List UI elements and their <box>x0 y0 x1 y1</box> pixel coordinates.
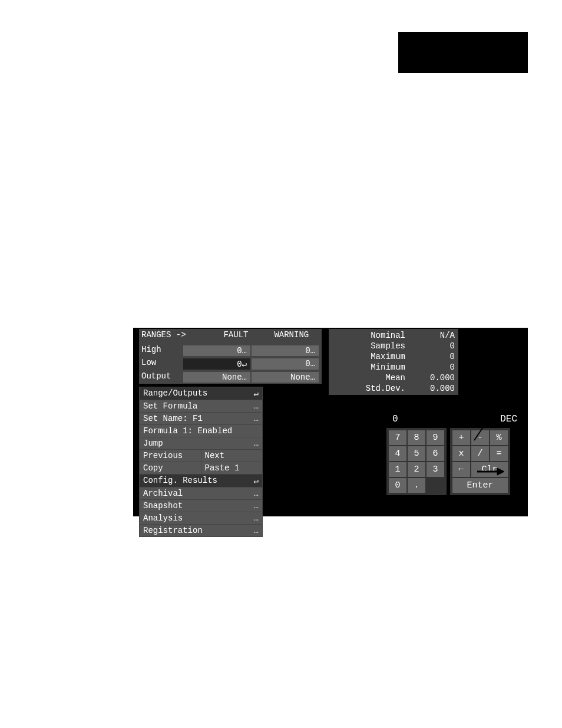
ranges-low-fault[interactable]: 0↵ <box>183 358 250 370</box>
enter-icon: ↵ <box>254 476 259 486</box>
calc-key-dot[interactable]: . <box>408 478 425 493</box>
menu-archival[interactable]: Archival … <box>140 487 262 499</box>
stats-maximum: Maximum 0 <box>329 351 458 362</box>
stats-stddev: Std.Dev. 0.000 <box>329 383 458 394</box>
menu-set-formula[interactable]: Set Formula … <box>140 400 262 412</box>
calc-key-4[interactable]: 4 <box>389 446 406 461</box>
arrow-callout-icon <box>471 396 507 443</box>
calc-key-9[interactable]: 9 <box>427 430 444 445</box>
calc-key-back[interactable]: ← <box>452 462 470 477</box>
ranges-output-warning[interactable]: None… <box>252 372 319 383</box>
svg-marker-1 <box>412 396 418 401</box>
ranges-output-fault[interactable]: None… <box>183 372 250 383</box>
calc-display-value: 0 <box>392 414 398 424</box>
menu-analysis[interactable]: Analysis … <box>140 512 262 524</box>
menu-set-formula-label: Set Formula <box>143 401 197 411</box>
svg-line-2 <box>474 401 501 440</box>
ranges-row-low: Low 0↵ 0… <box>139 357 322 371</box>
calc-key-7[interactable]: 7 <box>389 430 406 445</box>
calc-numpad: 7 8 9 4 5 6 1 2 3 0 . <box>386 428 447 495</box>
ranges-panel: RANGES -> FAULT WARNING High 0… 0… Low 0… <box>139 329 322 384</box>
calc-key-0[interactable]: 0 <box>389 478 406 493</box>
stats-panel: Nominal N/A Samples 0 Maximum 0 Minimum … <box>329 329 458 395</box>
stats-mean: Mean 0.000 <box>329 373 458 383</box>
stats-nominal-value: N/A <box>414 331 455 340</box>
calc-key-blank <box>427 478 444 493</box>
menu-range-outputs-label: Range/Outputs <box>143 388 207 398</box>
ranges-high-warning[interactable]: 0… <box>252 345 319 356</box>
ranges-col-fault: FAULT <box>208 330 263 340</box>
calc-key-1[interactable]: 1 <box>389 462 406 477</box>
menu-config-results-label: Config. Results <box>143 476 217 486</box>
stats-stddev-label: Std.Dev. <box>332 384 414 393</box>
stats-minimum-label: Minimum <box>332 363 414 372</box>
menu-copy-paste: Copy Paste 1 <box>140 462 262 474</box>
calc-key-2[interactable]: 2 <box>408 462 425 477</box>
menu-formula1-label: Formula 1: Enabled <box>143 426 232 436</box>
menu-previous[interactable]: Previous <box>140 450 201 462</box>
ranges-title: RANGES -> <box>141 330 208 340</box>
stats-samples-label: Samples <box>332 341 414 351</box>
ranges-high-fault[interactable]: 0… <box>183 345 250 356</box>
embedded-screenshot: RANGES -> FAULT WARNING High 0… 0… Low 0… <box>133 328 528 516</box>
menu-archival-label: Archival <box>143 489 183 498</box>
menu-jump-label: Jump <box>143 439 163 448</box>
calc-key-8[interactable]: 8 <box>408 430 425 445</box>
menu-registration[interactable]: Registration … <box>140 525 262 536</box>
stats-mean-value: 0.000 <box>414 373 455 383</box>
stats-mean-label: Mean <box>332 373 414 383</box>
ranges-row-output: Output None… None… <box>139 371 322 384</box>
calc-key-plus[interactable]: + <box>452 430 470 445</box>
arrow-callout-icon <box>476 466 505 477</box>
calc-key-eq[interactable]: = <box>490 446 508 461</box>
more-icon: … <box>254 501 259 510</box>
calc-key-enter[interactable]: Enter <box>452 478 508 493</box>
ranges-header: RANGES -> FAULT WARNING <box>139 329 322 341</box>
menu-prev-next: Previous Next <box>140 450 262 462</box>
stats-nominal: Nominal N/A <box>329 330 458 341</box>
menu-registration-label: Registration <box>143 526 203 535</box>
menu-range-outputs[interactable]: Range/Outputs ↵ <box>140 387 262 400</box>
header-block <box>398 32 528 73</box>
menu-next[interactable]: Next <box>201 450 263 462</box>
more-icon: … <box>254 526 259 535</box>
menu-config-results[interactable]: Config. Results ↵ <box>140 475 262 487</box>
calc-key-div[interactable]: / <box>471 446 489 461</box>
ranges-output-label: Output <box>141 371 183 383</box>
more-icon: … <box>254 414 259 423</box>
stats-maximum-value: 0 <box>414 352 455 361</box>
ranges-high-label: High <box>141 345 183 357</box>
menu-copy[interactable]: Copy <box>140 462 201 474</box>
menu-set-name[interactable]: Set Name: F1 … <box>140 413 262 424</box>
ranges-low-label: Low <box>141 358 183 370</box>
menu-jump[interactable]: Jump … <box>140 437 262 449</box>
ranges-low-warning[interactable]: 0… <box>252 358 319 370</box>
calc-key-5[interactable]: 5 <box>408 446 425 461</box>
stats-nominal-label: Nominal <box>332 331 414 340</box>
ranges-row-high: High 0… 0… <box>139 344 322 357</box>
svg-marker-3 <box>495 401 501 408</box>
calc-key-6[interactable]: 6 <box>427 446 444 461</box>
enter-icon: ↵ <box>254 388 259 398</box>
more-icon: … <box>254 513 259 523</box>
stats-minimum: Minimum 0 <box>329 362 458 373</box>
stats-samples-value: 0 <box>414 341 455 351</box>
menu-snapshot-label: Snapshot <box>143 501 183 510</box>
menu-analysis-label: Analysis <box>143 513 183 523</box>
menu-formula1[interactable]: Formula 1: Enabled <box>140 425 262 437</box>
calc-key-3[interactable]: 3 <box>427 462 444 477</box>
menu-snapshot[interactable]: Snapshot … <box>140 500 262 512</box>
more-icon: … <box>254 439 259 448</box>
more-icon: … <box>254 489 259 498</box>
stats-samples: Samples 0 <box>329 341 458 351</box>
calc-key-mul[interactable]: x <box>452 446 470 461</box>
menu-set-name-label: Set Name: F1 <box>143 414 203 423</box>
stats-minimum-value: 0 <box>414 363 455 372</box>
menu-paste[interactable]: Paste 1 <box>201 462 263 474</box>
more-icon: … <box>254 401 259 411</box>
svg-marker-5 <box>497 468 504 475</box>
ranges-col-warning: WARNING <box>264 330 319 340</box>
arrow-callout-icon <box>408 393 437 416</box>
aside-menu: Range/Outputs ↵ Set Formula … Set Name: … <box>139 387 263 537</box>
stats-stddev-value: 0.000 <box>414 384 455 393</box>
